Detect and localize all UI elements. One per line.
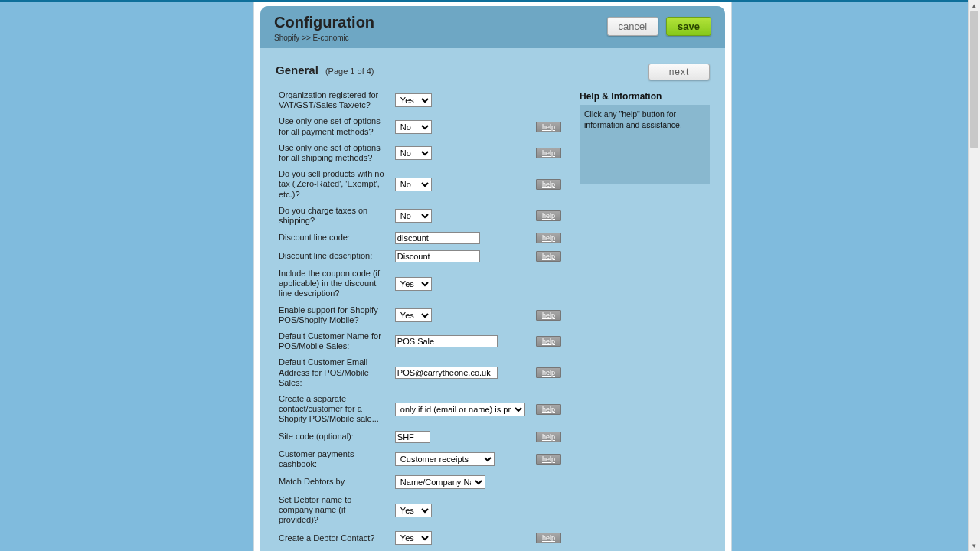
form-row-debtorCompany: Set Debtor name to company name (if prov… bbox=[276, 492, 564, 529]
field-cell-taxShipping: YesNo bbox=[392, 203, 528, 229]
field-cell-cashbook: Customer receipts bbox=[392, 446, 528, 472]
help-button-taxShipping[interactable]: help bbox=[536, 210, 561, 221]
field-cell-homeCountry: GBR bbox=[392, 548, 528, 551]
help-cell-coupon bbox=[528, 266, 564, 302]
label-posEmail: Default Customer Email Address for POS/M… bbox=[276, 354, 392, 391]
help-button-oneShipping[interactable]: help bbox=[536, 148, 561, 158]
form-row-posName: Default Customer Name for POS/Mobile Sal… bbox=[276, 328, 564, 354]
field-cell-zeroRated: YesNo bbox=[392, 166, 528, 203]
input-zeroRated[interactable]: YesNo bbox=[395, 178, 432, 191]
next-button[interactable]: next bbox=[648, 64, 710, 80]
input-coupon[interactable]: YesNo bbox=[395, 277, 432, 291]
help-cell-discDesc: help bbox=[528, 247, 564, 266]
help-panel-body: Click any "help" button for information … bbox=[580, 105, 710, 184]
form-row-onePayment: Use only one set of options for all paym… bbox=[276, 113, 564, 139]
label-posName: Default Customer Name for POS/Mobile Sal… bbox=[276, 328, 392, 354]
help-button-zeroRated[interactable]: help bbox=[536, 179, 561, 190]
label-coupon: Include the coupon code (if applicable) … bbox=[276, 266, 392, 302]
help-cell-posEmail: help bbox=[528, 354, 564, 391]
input-cashbook[interactable]: Customer receipts bbox=[395, 452, 495, 466]
form-row-matchDebtor: Match Debtors byName/Company Name bbox=[276, 472, 564, 492]
input-matchDebtor[interactable]: Name/Company Name bbox=[395, 475, 485, 489]
field-cell-pos: YesNo bbox=[392, 302, 528, 328]
input-posName[interactable] bbox=[395, 335, 498, 347]
field-cell-discCode bbox=[392, 229, 528, 247]
help-panel-title: Help & Information bbox=[580, 91, 710, 102]
form-row-homeCountry: What is the home country for this E-cono… bbox=[276, 548, 564, 551]
help-button-posEmail[interactable]: help bbox=[536, 367, 561, 378]
scrollbar-thumb[interactable] bbox=[970, 11, 978, 148]
cancel-button[interactable]: cancel bbox=[607, 17, 659, 36]
help-button-pos[interactable]: help bbox=[536, 310, 561, 321]
help-cell-matchDebtor bbox=[528, 472, 564, 492]
help-cell-cashbook: help bbox=[528, 446, 564, 472]
help-cell-onePayment: help bbox=[528, 113, 564, 139]
form-row-oneShipping: Use only one set of options for all ship… bbox=[276, 140, 564, 166]
input-posContact[interactable]: only if id (email or name) is provided bbox=[395, 403, 525, 416]
form-row-debtorContact: Create a Debtor Contact?YesNohelp bbox=[276, 528, 564, 548]
help-cell-oneShipping: help bbox=[528, 140, 564, 166]
scrollbar-up-icon[interactable]: ▴ bbox=[969, 0, 980, 11]
input-taxShipping[interactable]: YesNo bbox=[395, 209, 432, 223]
input-onePayment[interactable]: YesNo bbox=[395, 120, 432, 134]
help-cell-discCode: help bbox=[528, 229, 564, 247]
help-button-posName[interactable]: help bbox=[536, 336, 561, 347]
help-button-onePayment[interactable]: help bbox=[536, 122, 561, 132]
field-cell-coupon: YesNo bbox=[392, 266, 528, 302]
label-onePayment: Use only one set of options for all paym… bbox=[276, 113, 392, 139]
label-cashbook: Customer payments cashbook: bbox=[276, 446, 392, 472]
field-cell-onePayment: YesNo bbox=[392, 113, 528, 139]
input-oneShipping[interactable]: YesNo bbox=[395, 146, 432, 160]
panel-inner: Configuration Shopify >> E-conomic cance… bbox=[260, 6, 725, 551]
form-row-siteCode: Site code (optional):help bbox=[276, 428, 564, 446]
field-cell-debtorCompany: YesNo bbox=[392, 492, 528, 529]
field-cell-oneShipping: YesNo bbox=[392, 140, 528, 166]
form-row-cashbook: Customer payments cashbook:Customer rece… bbox=[276, 446, 564, 472]
form-row-vat: Organization registered for VAT/GST/Sale… bbox=[276, 87, 564, 113]
help-button-posContact[interactable]: help bbox=[536, 404, 561, 415]
label-discCode: Discount line code: bbox=[276, 229, 392, 247]
label-oneShipping: Use only one set of options for all ship… bbox=[276, 140, 392, 166]
input-posEmail[interactable] bbox=[395, 367, 498, 379]
form-row-coupon: Include the coupon code (if applicable) … bbox=[276, 266, 564, 302]
help-button-discCode[interactable]: help bbox=[536, 233, 561, 243]
label-debtorCompany: Set Debtor name to company name (if prov… bbox=[276, 492, 392, 529]
input-pos[interactable]: YesNo bbox=[395, 308, 432, 322]
scrollbar-down-icon[interactable]: ▾ bbox=[969, 540, 980, 551]
label-homeCountry: What is the home country for this E-cono… bbox=[276, 548, 392, 551]
help-cell-siteCode: help bbox=[528, 428, 564, 446]
field-cell-posEmail bbox=[392, 354, 528, 391]
label-vat: Organization registered for VAT/GST/Sale… bbox=[276, 87, 392, 113]
page-title: Configuration bbox=[274, 14, 374, 31]
label-discDesc: Discount line description: bbox=[276, 247, 392, 266]
field-cell-siteCode bbox=[392, 428, 528, 446]
help-cell-vat bbox=[528, 87, 564, 113]
help-cell-debtorCompany bbox=[528, 492, 564, 529]
input-debtorContact[interactable]: YesNo bbox=[395, 531, 432, 545]
input-discDesc[interactable] bbox=[395, 250, 480, 262]
input-discCode[interactable] bbox=[395, 232, 480, 244]
label-taxShipping: Do you charge taxes on shipping? bbox=[276, 203, 392, 229]
help-cell-pos: help bbox=[528, 302, 564, 328]
label-pos: Enable support for Shopify POS/Shopify M… bbox=[276, 302, 392, 328]
help-button-debtorContact[interactable]: help bbox=[536, 533, 561, 543]
form-row-discDesc: Discount line description:help bbox=[276, 247, 564, 266]
label-siteCode: Site code (optional): bbox=[276, 428, 392, 446]
input-siteCode[interactable] bbox=[395, 431, 430, 443]
help-button-siteCode[interactable]: help bbox=[536, 432, 561, 442]
form-row-discCode: Discount line code:help bbox=[276, 229, 564, 247]
section-pager: (Page 1 of 4) bbox=[325, 67, 374, 76]
form-row-zeroRated: Do you sell products with no tax ('Zero-… bbox=[276, 166, 564, 203]
form-row-posContact: Create a separate contact/customer for a… bbox=[276, 391, 564, 428]
section-title: General bbox=[276, 64, 318, 77]
panel-outer: Configuration Shopify >> E-conomic cance… bbox=[253, 2, 732, 551]
input-debtorCompany[interactable]: YesNo bbox=[395, 504, 432, 517]
help-cell-homeCountry bbox=[528, 548, 564, 551]
field-cell-posName bbox=[392, 328, 528, 354]
help-button-cashbook[interactable]: help bbox=[536, 454, 561, 465]
input-vat[interactable]: YesNo bbox=[395, 93, 432, 107]
help-cell-zeroRated: help bbox=[528, 166, 564, 203]
save-button[interactable]: save bbox=[666, 17, 711, 36]
help-button-discDesc[interactable]: help bbox=[536, 251, 561, 262]
browser-scrollbar[interactable]: ▴ ▾ bbox=[968, 0, 980, 551]
